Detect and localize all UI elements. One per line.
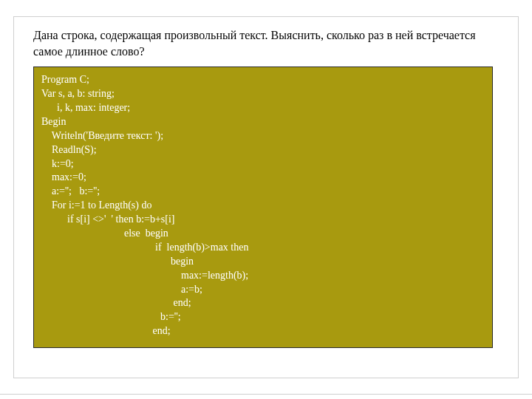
task-description: Дана строка, содержащая произвольный тек… [33, 27, 502, 59]
code-line: b:=''; [41, 311, 181, 322]
code-line: k:=0; [41, 158, 74, 169]
code-line: max:=length(b); [41, 270, 248, 281]
code-line: Var s, a, b: string; [41, 88, 115, 99]
slide-inner: Дана строка, содержащая произвольный тек… [13, 16, 519, 378]
slide-container: Дана строка, содержащая произвольный тек… [0, 0, 532, 399]
code-line: Readln(S); [41, 144, 97, 155]
code-line: Writeln('Введите текст: '); [41, 130, 163, 141]
code-line: if s[i] <>' ' then b:=b+s[i] [41, 214, 175, 225]
code-line: a:=''; b:=''; [41, 185, 100, 197]
code-line: begin [41, 256, 194, 267]
footer-divider [0, 394, 532, 395]
code-block: Program C; Var s, a, b: string; i, k, ma… [33, 66, 493, 348]
code-line: For i:=1 to Length(s) do [41, 200, 151, 211]
code-line: end; [41, 297, 191, 308]
code-line: max:=0; [41, 171, 86, 183]
code-line: Program C; [41, 74, 89, 85]
code-line: end; [41, 325, 171, 336]
code-line: a:=b; [41, 284, 202, 295]
code-line: if length(b)>max then [41, 242, 248, 253]
code-line: else begin [41, 228, 168, 239]
code-line: i, k, max: integer; [41, 102, 130, 113]
code-line: Begin [41, 116, 66, 127]
